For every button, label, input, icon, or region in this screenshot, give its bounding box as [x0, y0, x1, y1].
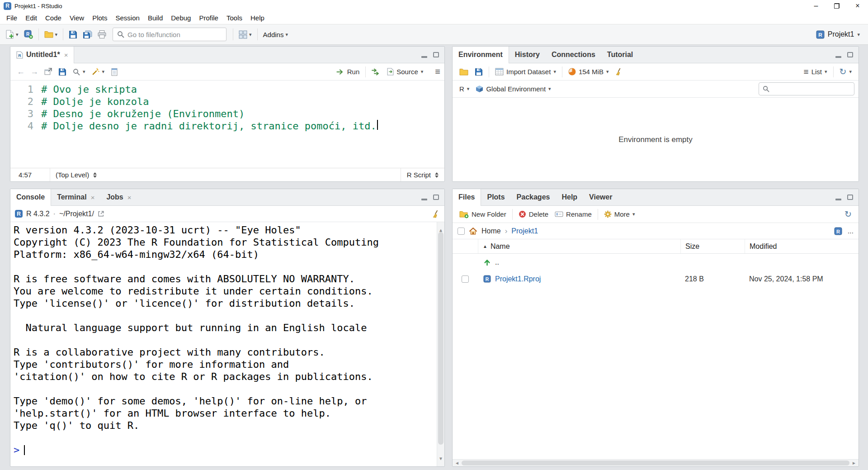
header-name-column[interactable]: ▲ Name: [478, 239, 680, 253]
scroll-right-arrow-icon[interactable]: ►: [852, 461, 856, 465]
menu-debug[interactable]: Debug: [167, 13, 195, 23]
document-outline-button[interactable]: ≡: [435, 66, 440, 77]
tab-tutorial[interactable]: Tutorial: [601, 47, 639, 63]
menu-help[interactable]: Help: [246, 13, 269, 23]
delete-button[interactable]: Delete: [516, 209, 551, 220]
file-name[interactable]: ..: [495, 258, 499, 266]
pane-maximize-button[interactable]: [433, 195, 439, 200]
environment-scope-selector[interactable]: Global Environment ▾: [473, 83, 553, 95]
popout-console-icon[interactable]: [98, 210, 104, 217]
breadcrumb-home[interactable]: Home: [481, 227, 501, 235]
pane-minimize-button[interactable]: [835, 56, 841, 58]
pane-layout-button[interactable]: ▾: [236, 28, 255, 41]
file-name[interactable]: Projekt1.Rproj: [495, 275, 541, 283]
addins-button[interactable]: Addins ▾: [260, 28, 291, 41]
header-modified-column[interactable]: Modified: [745, 239, 859, 253]
menu-view[interactable]: View: [66, 13, 88, 23]
menu-code[interactable]: Code: [41, 13, 66, 23]
clear-environment-button[interactable]: [612, 66, 625, 77]
tab-close-icon[interactable]: ×: [127, 194, 132, 201]
back-button[interactable]: ←: [14, 67, 27, 76]
menu-edit[interactable]: Edit: [21, 13, 41, 23]
console-output-area[interactable]: R version 4.3.2 (2023-10-31 ucrt) -- "Ey…: [10, 222, 444, 466]
run-button[interactable]: Run: [333, 66, 363, 77]
tab-files[interactable]: Files: [453, 189, 481, 205]
tab-close-icon[interactable]: ×: [91, 194, 95, 201]
pane-maximize-button[interactable]: [847, 52, 853, 57]
language-selector[interactable]: R ▾: [457, 83, 472, 95]
project-menu-button[interactable]: R Projekt1 ▾: [812, 28, 863, 41]
restore-button[interactable]: [826, 0, 847, 12]
save-workspace-button[interactable]: [472, 66, 486, 78]
tab-packages[interactable]: Packages: [511, 189, 556, 205]
new-folder-button[interactable]: New Folder: [457, 209, 509, 220]
menu-plots[interactable]: Plots: [88, 13, 111, 23]
menu-profile[interactable]: Profile: [195, 13, 222, 23]
scrollbar-thumb[interactable]: [438, 232, 443, 445]
code-editor[interactable]: 1 # Ovo je skripta 2 # Dolje je konzola …: [10, 81, 444, 168]
scroll-left-arrow-icon[interactable]: ◄: [455, 461, 459, 465]
tab-plots[interactable]: Plots: [481, 189, 510, 205]
close-button[interactable]: ×: [847, 0, 868, 12]
tab-untitled1[interactable]: R Untitled1* ×: [10, 47, 74, 63]
minimize-button[interactable]: –: [806, 0, 826, 12]
save-button[interactable]: [66, 28, 80, 41]
menu-session[interactable]: Session: [112, 13, 144, 23]
open-file-button[interactable]: ▾: [42, 28, 61, 41]
tab-viewer[interactable]: Viewer: [583, 189, 618, 205]
list-view-button[interactable]: ≡ List ▾: [801, 66, 830, 78]
scroll-down-arrow-icon[interactable]: ▼: [439, 452, 442, 465]
load-workspace-button[interactable]: [457, 66, 471, 78]
print-button[interactable]: [95, 28, 109, 41]
project-directory-icon[interactable]: R: [834, 227, 842, 235]
new-project-button[interactable]: R: [21, 28, 36, 41]
tab-connections[interactable]: Connections: [546, 47, 601, 63]
more-button[interactable]: More ▾: [601, 209, 638, 220]
save-source-button[interactable]: [56, 66, 69, 78]
environment-search-input[interactable]: [773, 85, 859, 93]
tab-help[interactable]: Help: [556, 189, 583, 205]
code-tools-button[interactable]: ▾: [89, 66, 108, 77]
refresh-environment-button[interactable]: ↻ ▾: [837, 66, 854, 78]
save-all-button[interactable]: [80, 28, 95, 41]
files-horizontal-scrollbar[interactable]: ◄ ►: [453, 459, 859, 466]
tab-close-icon[interactable]: ×: [64, 51, 68, 59]
new-file-button[interactable]: ▾: [3, 28, 21, 41]
console-scrollbar[interactable]: ▲ ▼: [437, 222, 444, 466]
tab-environment[interactable]: Environment: [453, 47, 509, 63]
pane-minimize-button[interactable]: [835, 199, 841, 200]
pane-minimize-button[interactable]: [421, 199, 427, 200]
goto-file-input[interactable]: [127, 31, 222, 38]
pane-maximize-button[interactable]: [433, 52, 439, 57]
pane-minimize-button[interactable]: [421, 56, 427, 58]
file-type-selector[interactable]: R Script: [401, 168, 444, 181]
popout-editor-button[interactable]: [42, 66, 55, 77]
import-dataset-button[interactable]: Import Dataset ▾: [492, 66, 559, 77]
find-replace-button[interactable]: ▾: [70, 66, 88, 77]
refresh-files-button[interactable]: ↻: [842, 208, 854, 220]
tab-jobs[interactable]: Jobs ×: [100, 189, 137, 205]
tab-console[interactable]: Console: [10, 189, 51, 205]
file-checkbox[interactable]: [462, 275, 469, 283]
rerun-button[interactable]: [369, 66, 383, 77]
forward-button[interactable]: →: [28, 67, 41, 76]
scope-selector[interactable]: (Top Level): [50, 171, 401, 179]
file-row-projekt1-rproj[interactable]: R Projekt1.Rproj 218 B Nov 25, 2024, 1:5…: [453, 271, 859, 287]
tab-history[interactable]: History: [509, 47, 546, 63]
tab-terminal[interactable]: Terminal ×: [51, 189, 100, 205]
scrollbar-thumb[interactable]: [462, 461, 849, 465]
menu-tools[interactable]: Tools: [222, 13, 246, 23]
pane-maximize-button[interactable]: [847, 195, 853, 200]
menu-file[interactable]: File: [2, 13, 21, 23]
browse-directory-button[interactable]: ...: [848, 227, 854, 235]
menu-build[interactable]: Build: [144, 13, 167, 23]
memory-usage-button[interactable]: 154 MiB ▾: [566, 66, 612, 77]
compile-report-button[interactable]: [108, 66, 121, 78]
select-all-checkbox[interactable]: [458, 228, 465, 235]
rename-button[interactable]: Rename: [552, 209, 594, 220]
source-button[interactable]: Source ▾: [384, 66, 426, 77]
file-row-parent-directory[interactable]: ..: [453, 254, 859, 271]
header-size-column[interactable]: Size: [680, 239, 745, 253]
clear-console-button[interactable]: [432, 210, 440, 218]
breadcrumb-projekt1[interactable]: Projekt1: [511, 227, 538, 235]
